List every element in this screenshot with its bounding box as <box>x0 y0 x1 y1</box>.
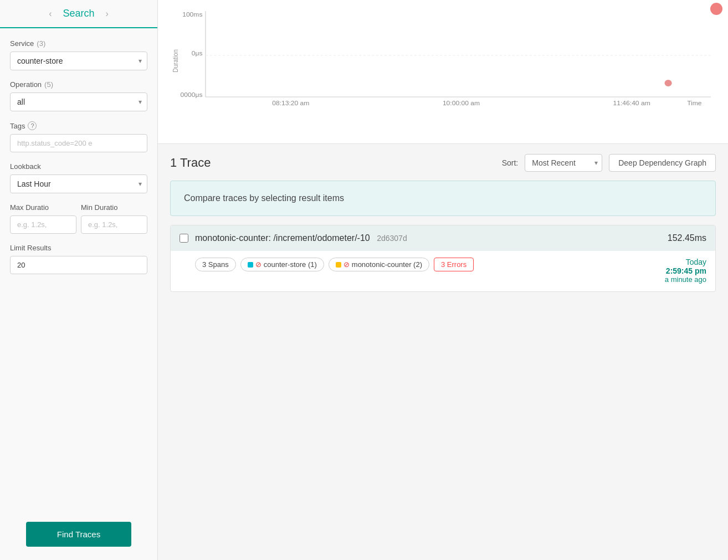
limit-results-label: Limit Results <box>10 244 147 252</box>
tags-help-icon[interactable]: ? <box>28 121 37 130</box>
trace-body: 3 Spans ⊘ counter-store (1) ⊘ monotonic-… <box>171 251 715 291</box>
deep-dependency-graph-button[interactable]: Deep Dependency Graph <box>609 154 716 172</box>
service-name-0: counter-store (1) <box>264 260 317 269</box>
operation-count: (5) <box>44 80 53 89</box>
limit-results-input[interactable] <box>10 256 147 274</box>
trace-header-row: monotonic-counter: /increment/odometer/-… <box>171 225 715 251</box>
lookback-label: Lookback <box>10 162 147 171</box>
sort-select[interactable]: Most Recent Longest First Shortest First… <box>525 154 602 172</box>
lookback-field-group: Lookback Last Hour Last 2 Hours Last 6 H… <box>10 162 147 193</box>
compare-bar: Compare traces by selecting result items <box>170 181 716 216</box>
service-select-wrapper: counter-store monotonic-counter all ▾ <box>10 52 147 70</box>
tags-input[interactable] <box>10 134 147 152</box>
chart-area: 100ms 0μs 0000μs Duration 08:13:20 am 10… <box>158 0 728 144</box>
trace-date: Today <box>665 258 706 266</box>
error-icon-1: ⊘ <box>344 260 350 269</box>
find-traces-button[interactable]: Find Traces <box>26 522 131 547</box>
svg-text:11:46:40 am: 11:46:40 am <box>613 100 650 106</box>
min-duration-input[interactable] <box>81 215 147 234</box>
sort-wrapper: Most Recent Longest First Shortest First… <box>525 154 602 172</box>
max-duration-group: Max Duratio <box>10 203 76 234</box>
sidebar: ‹ Search › Service (3) counter-store mon… <box>0 0 158 560</box>
max-duration-label: Max Duratio <box>10 203 76 212</box>
trace-id: 2d6307d <box>377 234 407 243</box>
service-label: Service (3) <box>10 39 147 48</box>
tags-label: Tags ? <box>10 121 147 130</box>
results-area: 1 Trace Sort: Most Recent Longest First … <box>158 144 728 560</box>
results-count: 1 Trace <box>170 156 211 170</box>
service-pill-1: ⊘ monotonic-counter (2) <box>329 258 429 271</box>
svg-text:10:00:00 am: 10:00:00 am <box>443 100 480 106</box>
sort-label: Sort: <box>502 158 519 167</box>
close-chart-button[interactable] <box>710 3 722 15</box>
trace-tags: 3 Spans ⊘ counter-store (1) ⊘ monotonic-… <box>195 258 658 271</box>
spans-pill: 3 Spans <box>195 258 236 271</box>
limit-results-field-group: Limit Results <box>10 244 147 274</box>
service-dot-0 <box>248 262 253 268</box>
operation-select[interactable]: all increment decrement get reset <box>10 93 147 111</box>
tags-field-group: Tags ? <box>10 121 147 152</box>
service-field-group: Service (3) counter-store monotonic-coun… <box>10 39 147 70</box>
trace-time: 2:59:45 pm <box>665 266 706 275</box>
svg-text:0000μs: 0000μs <box>181 91 203 97</box>
operation-label: Operation (5) <box>10 80 147 89</box>
service-select[interactable]: counter-store monotonic-counter all <box>10 52 147 70</box>
min-duration-label: Min Duratio <box>81 203 147 212</box>
trace-card: monotonic-counter: /increment/odometer/-… <box>170 225 716 292</box>
compare-message: Compare traces by selecting result items <box>184 193 344 203</box>
lookback-select-wrapper: Last Hour Last 2 Hours Last 6 Hours Last… <box>10 174 147 193</box>
svg-text:100ms: 100ms <box>182 11 202 17</box>
trace-ago: a minute ago <box>665 275 706 284</box>
service-name-1: monotonic-counter (2) <box>352 260 422 269</box>
svg-point-11 <box>664 80 671 86</box>
find-btn-wrapper: Find Traces <box>0 513 157 560</box>
service-dot-1 <box>336 262 341 268</box>
duration-chart: 100ms 0μs 0000μs Duration 08:13:20 am 10… <box>169 6 717 111</box>
sidebar-header: ‹ Search › <box>0 0 157 28</box>
results-controls: Sort: Most Recent Longest First Shortest… <box>502 154 716 172</box>
nav-next-arrow[interactable]: › <box>106 9 109 19</box>
errors-pill: 3 Errors <box>434 258 474 271</box>
svg-text:08:13:20 am: 08:13:20 am <box>272 100 309 106</box>
min-duration-group: Min Duratio <box>81 203 147 234</box>
duration-field-group: Max Duratio Min Duratio <box>10 203 147 234</box>
operation-select-wrapper: all increment decrement get reset ▾ <box>10 93 147 111</box>
trace-meta: Today 2:59:45 pm a minute ago <box>665 258 706 284</box>
results-header: 1 Trace Sort: Most Recent Longest First … <box>170 154 716 172</box>
trace-name: monotonic-counter: /increment/odometer/-… <box>195 233 661 243</box>
svg-text:Time: Time <box>687 100 701 106</box>
svg-text:Duration: Duration <box>172 49 180 73</box>
trace-duration: 152.45ms <box>668 233 706 243</box>
trace-checkbox[interactable] <box>180 234 188 243</box>
service-pill-0: ⊘ counter-store (1) <box>240 258 324 271</box>
operation-field-group: Operation (5) all increment decrement ge… <box>10 80 147 111</box>
lookback-select[interactable]: Last Hour Last 2 Hours Last 6 Hours Last… <box>10 174 147 193</box>
sidebar-body: Service (3) counter-store monotonic-coun… <box>0 28 157 513</box>
nav-prev-arrow[interactable]: ‹ <box>49 9 52 19</box>
svg-text:0μs: 0μs <box>192 50 203 56</box>
main-content: 100ms 0μs 0000μs Duration 08:13:20 am 10… <box>158 0 728 560</box>
max-duration-input[interactable] <box>10 215 76 234</box>
sidebar-title: Search <box>63 8 94 19</box>
error-icon-0: ⊘ <box>255 260 262 269</box>
service-count: (3) <box>37 39 45 48</box>
